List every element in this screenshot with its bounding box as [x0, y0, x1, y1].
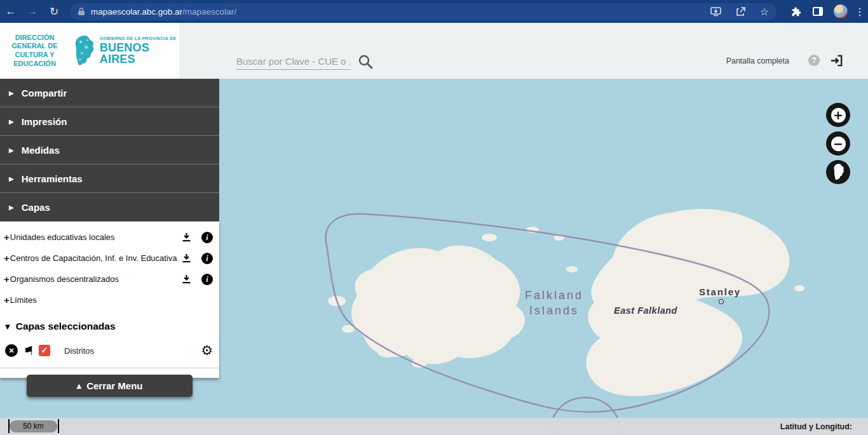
- info-icon[interactable]: i: [201, 274, 213, 285]
- map-label-archipelago-2: Islands: [529, 304, 579, 317]
- chevron-down-icon: ▼: [5, 323, 10, 330]
- layer-label[interactable]: Organismos descentralizados: [10, 274, 182, 284]
- layers-panel: + Unidades educativas locales i + Centro…: [0, 222, 219, 378]
- map-label-stanley: Stanley: [699, 286, 741, 297]
- org-line1: DIRECCIÓN GENERAL DE: [12, 34, 58, 50]
- islet: [566, 266, 578, 272]
- layer-label[interactable]: Unidades educativas locales: [10, 232, 182, 242]
- download-icon[interactable]: [182, 232, 191, 242]
- url-host: mapaescolar.abc.gob.ar: [91, 7, 182, 17]
- logo: DIRECCIÓN GENERAL DE CULTURA Y EDUCACIÓN…: [0, 23, 179, 79]
- install-app-icon[interactable]: [710, 7, 721, 17]
- coordinates-label: Latitud y Longitud:: [780, 422, 852, 431]
- accordion-label: Capas: [22, 202, 50, 213]
- scale-tick-right: [58, 419, 59, 433]
- layer-row-unidades: + Unidades educativas locales i: [0, 227, 219, 248]
- sidebar: ▶ Compartir ▶ Impresión ▶ Medidas ▶ Herr…: [0, 79, 219, 378]
- layer-label[interactable]: Centros de Capacitación, Inf. e Inv. Edu…: [10, 253, 182, 263]
- share-icon[interactable]: [735, 6, 746, 17]
- browser-menu-icon[interactable]: ⋮: [853, 6, 867, 18]
- org-line2: CULTURA Y EDUCACIÓN: [13, 51, 56, 67]
- sidebar-item-compartir[interactable]: ▶ Compartir: [0, 79, 219, 107]
- bookmark-star-icon[interactable]: ☆: [760, 6, 769, 18]
- accordion-label: Impresión: [22, 116, 67, 127]
- expand-plus-icon[interactable]: +: [4, 253, 10, 264]
- expand-plus-icon[interactable]: +: [4, 295, 10, 305]
- zoom-in-button[interactable]: +: [826, 103, 850, 127]
- close-menu-button[interactable]: ▲ Cerrar Menu: [27, 375, 193, 397]
- app-header: DIRECCIÓN GENERAL DE CULTURA Y EDUCACIÓN…: [0, 23, 868, 79]
- layer-row-limites: + Límites: [0, 290, 219, 311]
- chevron-right-icon: ▶: [9, 90, 14, 97]
- government-name: GOBIERNO DE LA PROVINCIA DE BUENOS AIRES: [100, 37, 179, 65]
- map-label-east-falkland: East Falkland: [614, 305, 678, 316]
- reload-icon[interactable]: ↻: [43, 5, 65, 18]
- browser-chrome: ← → ↻ mapaescolar.abc.gob.ar/mapaescolar…: [0, 0, 868, 23]
- flag-icon[interactable]: ⚑: [24, 344, 34, 358]
- download-icon[interactable]: [182, 253, 191, 263]
- close-menu-label: Cerrar Menu: [86, 380, 142, 391]
- exit-icon[interactable]: [829, 53, 844, 70]
- expand-plus-icon[interactable]: +: [4, 274, 10, 284]
- layer-row-organismos: + Organismos descentralizados i: [0, 269, 219, 290]
- selected-layer-row-distritos: ✕ ⚑ ✓ Distritos ⚙: [0, 340, 219, 368]
- help-icon[interactable]: ?: [808, 55, 820, 66]
- info-icon[interactable]: i: [201, 253, 213, 264]
- accordion-label: Herramientas: [22, 173, 83, 184]
- sidebar-item-herramientas[interactable]: ▶ Herramientas: [0, 164, 219, 193]
- status-bar: 50 km Latitud y Longitud:: [0, 418, 868, 435]
- fullscreen-button[interactable]: Pantalla completa: [726, 57, 789, 65]
- islet: [377, 346, 398, 358]
- search-icon[interactable]: [357, 53, 374, 70]
- remove-layer-icon[interactable]: ✕: [5, 344, 18, 357]
- address-bar[interactable]: mapaescolar.abc.gob.ar/mapaescolar/ ☆: [70, 3, 776, 20]
- province-silhouette-icon: [831, 163, 845, 181]
- sidebar-item-capas[interactable]: ▶ Capas: [0, 193, 219, 222]
- chevron-right-icon: ▶: [9, 147, 14, 154]
- lock-icon: [78, 7, 85, 16]
- gov-big-line: BUENOS AIRES: [100, 42, 179, 65]
- layer-row-centros: + Centros de Capacitación, Inf. e Inv. E…: [0, 248, 219, 269]
- selected-layers-title: Capas seleccionadas: [16, 321, 116, 332]
- chevron-right-icon: ▶: [9, 175, 14, 182]
- selected-layers-header[interactable]: ▼ Capas seleccionadas: [0, 311, 219, 340]
- minus-icon: −: [831, 137, 846, 151]
- city-marker-dot: [721, 301, 722, 302]
- layer-label[interactable]: Límites: [10, 295, 213, 305]
- zoom-out-button[interactable]: −: [826, 131, 850, 156]
- map-label-archipelago-1: Falkland: [525, 289, 583, 302]
- url-path: /mapaescolar/: [182, 7, 236, 17]
- islet: [794, 285, 804, 291]
- download-icon[interactable]: [182, 274, 191, 284]
- info-icon[interactable]: i: [201, 232, 213, 243]
- sidebar-item-medidas[interactable]: ▶ Medidas: [0, 136, 219, 164]
- plus-icon: +: [831, 108, 846, 123]
- province-map-glyph: [71, 32, 96, 69]
- gear-icon[interactable]: ⚙: [201, 344, 213, 357]
- extensions-puzzle-icon[interactable]: [790, 6, 801, 17]
- islet: [482, 234, 497, 241]
- selected-layer-label: Distritos: [64, 346, 201, 356]
- profile-avatar[interactable]: [834, 4, 848, 18]
- layer-checkbox[interactable]: ✓: [39, 345, 50, 356]
- back-icon[interactable]: ←: [0, 5, 22, 18]
- expand-plus-icon[interactable]: +: [4, 232, 10, 243]
- accordion-label: Medidas: [22, 145, 60, 156]
- chevron-up-icon: ▲: [76, 382, 81, 389]
- side-panel-icon[interactable]: [813, 7, 823, 16]
- search-input[interactable]: [236, 53, 351, 70]
- map-controls: + −: [826, 103, 850, 189]
- province-extent-button[interactable]: [826, 160, 850, 184]
- scale-bar: 50 km: [10, 420, 57, 432]
- chevron-right-icon: ▶: [9, 204, 14, 211]
- org-name: DIRECCIÓN GENERAL DE CULTURA Y EDUCACIÓN: [3, 34, 67, 69]
- gov-small-line: GOBIERNO DE LA PROVINCIA DE: [100, 37, 179, 41]
- accordion-label: Compartir: [22, 88, 67, 98]
- forward-icon[interactable]: →: [22, 5, 43, 18]
- browser-actions: ⋮: [784, 4, 867, 18]
- sidebar-item-impresion[interactable]: ▶ Impresión: [0, 107, 219, 136]
- chevron-right-icon: ▶: [9, 118, 14, 125]
